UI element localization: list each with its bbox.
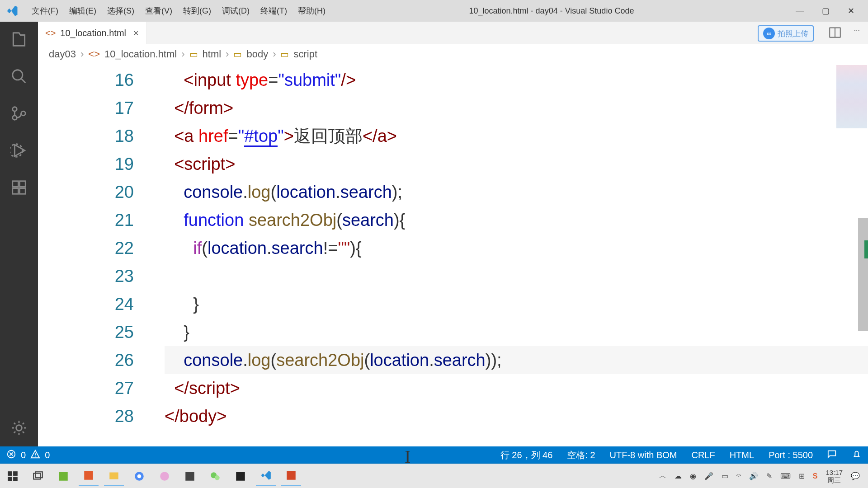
task-view-icon[interactable] <box>28 466 48 486</box>
minimap[interactable] <box>836 65 867 128</box>
code-line[interactable]: </form> <box>165 94 868 122</box>
taskbar-app-paint[interactable] <box>155 466 175 486</box>
tray-volume-icon[interactable]: 🔊 <box>749 472 758 480</box>
code-line[interactable]: } <box>165 290 868 318</box>
svg-rect-12 <box>8 471 12 476</box>
code-line[interactable]: <a href="#top">返回顶部</a> <box>165 122 868 150</box>
taskbar-app-powerpoint[interactable] <box>281 466 301 486</box>
tray-battery-icon[interactable]: ▭ <box>722 472 728 480</box>
feedback-icon[interactable] <box>827 449 837 461</box>
taskbar-app-vscode[interactable] <box>256 466 276 486</box>
html-file-icon: <> <box>45 28 56 38</box>
more-actions-icon[interactable]: ··· <box>854 26 860 41</box>
taskbar-app-chrome[interactable] <box>129 466 149 486</box>
cursor-position[interactable]: 行 26，列 46 <box>500 449 553 461</box>
menu-debug[interactable]: 调试(D) <box>222 5 250 16</box>
taskbar-app-wechat[interactable] <box>205 466 225 486</box>
menu-select[interactable]: 选择(S) <box>107 5 134 16</box>
code-line[interactable]: </script> <box>165 374 868 402</box>
warning-count[interactable]: 0 <box>45 450 50 460</box>
tab-filename: 10_location.html <box>60 28 126 38</box>
code-line[interactable]: if(location.search!=""){ <box>165 234 868 262</box>
tray-keyboard-icon[interactable]: ⌨ <box>780 472 791 480</box>
tag-icon: ▭ <box>189 49 198 60</box>
code-line[interactable]: </body> <box>165 402 868 430</box>
breadcrumb-html[interactable]: html <box>203 48 222 60</box>
tray-ime-icon[interactable]: S <box>813 472 818 480</box>
menu-file[interactable]: 文件(F) <box>32 5 58 16</box>
extension-badge[interactable]: ∞ 拍照上传 <box>758 25 814 42</box>
taskbar-app-terminal[interactable] <box>180 466 200 486</box>
taskbar-app-camtasia[interactable] <box>53 466 73 486</box>
taskbar-app-recorder[interactable] <box>79 466 99 486</box>
code-line[interactable]: }I <box>165 318 868 346</box>
tag-icon: ▭ <box>233 49 242 60</box>
settings-gear-icon[interactable] <box>9 418 28 437</box>
bell-icon[interactable] <box>852 449 862 461</box>
editor-content[interactable]: 16 17 18 19 20 21 22 23 24 25 26 27 28 <… <box>38 64 868 446</box>
svg-rect-14 <box>8 477 12 481</box>
warning-icon[interactable] <box>30 449 40 461</box>
line-number: 28 <box>38 402 134 430</box>
code-line[interactable]: <input type="submit"/> <box>165 66 868 94</box>
code-line[interactable]: <script> <box>165 150 868 178</box>
debug-icon[interactable] <box>9 141 28 160</box>
tray-wifi-icon[interactable]: ⌔ <box>736 472 741 480</box>
clock-time: 13:17 <box>826 469 843 476</box>
notifications-icon[interactable]: 💬 <box>851 472 860 480</box>
taskbar-app-explorer[interactable] <box>104 466 124 486</box>
svg-point-22 <box>137 474 142 478</box>
line-number: 27 <box>38 374 134 402</box>
live-server-port[interactable]: Port : 5500 <box>769 450 813 460</box>
breadcrumb-script[interactable]: script <box>293 48 317 60</box>
cloud-icon: ∞ <box>763 28 775 39</box>
source-control-icon[interactable] <box>9 104 28 123</box>
search-icon[interactable] <box>9 67 28 86</box>
line-number: 20 <box>38 178 134 206</box>
split-editor-icon[interactable] <box>829 26 841 41</box>
error-icon[interactable] <box>6 449 16 461</box>
tray-360-icon[interactable]: ◉ <box>690 472 696 480</box>
tray-app-icon[interactable]: ⊞ <box>799 472 805 480</box>
language-mode[interactable]: HTML <box>730 450 754 460</box>
breadcrumb-file[interactable]: 10_location.html <box>104 48 177 60</box>
menu-help[interactable]: 帮助(H) <box>298 5 326 16</box>
start-button[interactable] <box>3 466 23 486</box>
vertical-scrollbar[interactable] <box>858 218 868 331</box>
svg-rect-16 <box>33 473 40 479</box>
error-count[interactable]: 0 <box>21 450 26 460</box>
chevron-right-icon: › <box>273 48 276 60</box>
menu-terminal[interactable]: 终端(T) <box>260 5 287 16</box>
line-number: 19 <box>38 150 134 178</box>
eol[interactable]: CRLF <box>691 450 715 460</box>
svg-point-26 <box>215 475 220 480</box>
code-line[interactable]: console.log(location.search); <box>165 178 868 206</box>
menu-bar: 文件(F) 编辑(E) 选择(S) 查看(V) 转到(G) 调试(D) 终端(T… <box>25 5 326 16</box>
code-line[interactable]: console.log(search2Obj(location.search))… <box>165 346 868 374</box>
tray-chevron-icon[interactable]: ︿ <box>659 471 666 481</box>
encoding[interactable]: UTF-8 with BOM <box>610 450 677 460</box>
breadcrumb-body[interactable]: body <box>246 48 268 60</box>
minimize-button[interactable]: — <box>796 6 804 16</box>
tray-pen-icon[interactable]: ✎ <box>766 472 772 480</box>
maximize-button[interactable]: ▢ <box>822 6 830 16</box>
taskbar-clock[interactable]: 13:17 周三 <box>826 469 843 484</box>
code-lines[interactable]: <input type="submit"/> </form> <a href="… <box>156 64 868 446</box>
indent-setting[interactable]: 空格: 2 <box>567 449 595 461</box>
close-button[interactable]: ✕ <box>848 6 854 16</box>
code-line[interactable]: function search2Obj(search){ <box>165 206 868 234</box>
menu-view[interactable]: 查看(V) <box>145 5 172 16</box>
svg-rect-5 <box>13 181 19 187</box>
breadcrumb-folder[interactable]: day03 <box>49 48 76 60</box>
tab-close-icon[interactable]: × <box>133 28 139 38</box>
extension-badge-text: 拍照上传 <box>778 28 808 39</box>
extensions-icon[interactable] <box>9 178 28 197</box>
menu-edit[interactable]: 编辑(E) <box>69 5 96 16</box>
tab-file[interactable]: <> 10_location.html × <box>38 22 146 44</box>
menu-goto[interactable]: 转到(G) <box>183 5 211 16</box>
tray-cloud-icon[interactable]: ☁ <box>675 472 682 480</box>
taskbar-app-cmd[interactable] <box>231 466 250 486</box>
tray-mic-icon[interactable]: 🎤 <box>704 472 713 480</box>
explorer-icon[interactable] <box>9 30 28 49</box>
code-line[interactable] <box>165 262 868 290</box>
